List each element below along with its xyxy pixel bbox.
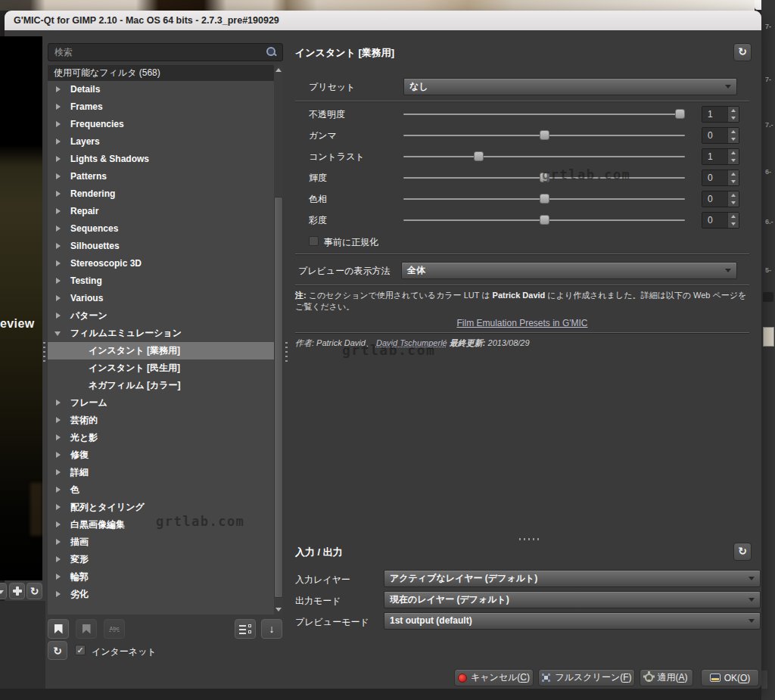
filter-item[interactable]: インスタント [民生用] (48, 359, 274, 377)
expand-arrow-icon[interactable] (56, 138, 61, 145)
expand-arrow-icon[interactable] (56, 121, 61, 127)
filter-item[interactable]: Various (48, 290, 274, 307)
expand-arrow-icon[interactable] (56, 226, 61, 232)
update-filters-button[interactable]: ↻ (48, 641, 67, 660)
splitter-handle-horizontal[interactable] (519, 538, 540, 540)
expand-arrow-icon[interactable] (56, 417, 61, 423)
preset-dropdown[interactable]: なし (403, 78, 737, 95)
filter-item[interactable]: Rendering (48, 185, 274, 203)
expand-arrow-icon[interactable] (56, 156, 61, 162)
slider-track[interactable] (403, 114, 685, 115)
io-dropdown[interactable]: 現在のレイヤー (デフォルト) (384, 591, 761, 608)
expand-arrow-icon[interactable] (56, 452, 61, 458)
spinbox-arrows[interactable] (727, 149, 739, 164)
expand-arrow-icon[interactable] (56, 191, 61, 197)
filter-item[interactable]: 光と影 (48, 429, 274, 446)
scrollbar-up-button[interactable] (274, 65, 283, 75)
slider-track[interactable] (403, 156, 685, 157)
apply-button[interactable]: 適用(A) (640, 669, 693, 686)
slider-handle[interactable] (474, 151, 484, 161)
filter-item[interactable]: Silhouettes (48, 238, 274, 255)
spin-up-icon[interactable] (731, 173, 736, 176)
value-spinbox[interactable]: 1 (702, 106, 739, 123)
preview-display-dropdown[interactable]: 全体 (401, 262, 737, 279)
spinbox-arrows[interactable] (727, 191, 739, 207)
filter-item[interactable]: Sequences (48, 220, 274, 238)
expand-arrow-icon[interactable] (56, 208, 61, 214)
expand-arrow-icon[interactable] (56, 521, 61, 527)
expand-arrow-icon[interactable] (56, 539, 61, 545)
filter-item[interactable]: パターン (48, 307, 274, 325)
filter-item[interactable]: Patterns (48, 168, 274, 185)
spin-down-icon[interactable] (731, 159, 736, 162)
cancel-button[interactable]: キャンセル(C) (454, 669, 534, 686)
search-input[interactable] (48, 43, 283, 61)
filter-item[interactable]: Frames (48, 98, 274, 116)
filter-item[interactable]: フィルムエミュレーション (48, 325, 274, 342)
film-emulation-link[interactable]: Film Emulation Presets in G'MIC (457, 318, 588, 328)
spin-down-icon[interactable] (731, 180, 736, 183)
filter-item[interactable]: フレーム (48, 394, 274, 412)
expand-arrow-icon[interactable] (56, 295, 61, 301)
reset-parameters-button[interactable]: ↻ (733, 43, 752, 61)
filter-item[interactable]: 修復 (48, 446, 274, 464)
add-fave-button[interactable] (48, 619, 69, 639)
spin-down-icon[interactable] (731, 117, 736, 120)
filter-item[interactable]: ネガフィルム [カラー] (48, 377, 274, 394)
slider-handle[interactable] (675, 109, 685, 119)
internet-checkbox[interactable]: ✓ (75, 645, 86, 655)
expand-arrow-icon[interactable] (56, 504, 61, 510)
spin-up-icon[interactable] (731, 215, 736, 218)
scrollbar-down-button[interactable] (274, 605, 283, 614)
expand-arrow-icon[interactable] (56, 556, 61, 562)
slider-track[interactable] (403, 219, 685, 221)
remove-fave-button[interactable] (76, 619, 97, 639)
value-spinbox[interactable]: 0 (702, 191, 739, 207)
value-spinbox[interactable]: 0 (702, 127, 739, 144)
expand-arrow-icon[interactable] (56, 434, 61, 440)
spin-up-icon[interactable] (731, 109, 736, 112)
filter-item[interactable]: 変形 (48, 551, 274, 568)
preview-zoom-dropdown[interactable] (0, 583, 7, 599)
fullscreen-button[interactable]: フルスクリーン(F) (538, 669, 635, 686)
expand-arrow-icon[interactable] (56, 173, 61, 179)
slider-handle[interactable] (540, 215, 549, 225)
expand-arrow-icon[interactable] (56, 313, 61, 319)
filter-item[interactable]: 色 (48, 481, 274, 499)
spin-up-icon[interactable] (731, 194, 736, 197)
spinbox-arrows[interactable] (727, 107, 739, 122)
preview-reset-button[interactable]: ↻ (26, 583, 42, 599)
spin-up-icon[interactable] (731, 130, 736, 133)
expand-arrow-icon[interactable] (56, 260, 61, 266)
expand-arrow-icon[interactable] (56, 86, 61, 92)
expand-arrow-icon[interactable] (56, 469, 61, 475)
filter-item[interactable]: Frequencies (48, 116, 274, 133)
slider-handle[interactable] (540, 130, 549, 140)
expand-arrow-icon[interactable] (56, 104, 61, 110)
view-options-button[interactable] (235, 619, 256, 639)
reset-io-button[interactable]: ↻ (733, 543, 752, 561)
spin-down-icon[interactable] (731, 138, 736, 141)
spin-up-icon[interactable] (731, 151, 736, 154)
filter-item[interactable]: 詳細 (48, 464, 274, 481)
expand-arrow-icon[interactable] (56, 400, 61, 406)
filter-item[interactable]: 描画 (48, 534, 274, 551)
filter-item[interactable]: Layers (48, 133, 274, 151)
slider-track[interactable] (403, 135, 685, 136)
filter-item[interactable]: 劣化 (48, 586, 274, 603)
rename-fave-button[interactable]: Abc (104, 619, 125, 639)
filter-item[interactable]: 輪郭 (48, 568, 274, 586)
expand-arrow-icon[interactable] (56, 243, 61, 249)
splitter-handle-left[interactable] (43, 342, 45, 362)
expand-arrow-icon[interactable] (56, 574, 61, 580)
spinbox-arrows[interactable] (727, 170, 739, 185)
value-spinbox[interactable]: 0 (702, 170, 739, 186)
filter-item[interactable]: Details (48, 81, 274, 98)
expand-arrow-icon[interactable] (56, 591, 61, 597)
filter-item-selected[interactable]: インスタント [業務用] (48, 342, 274, 359)
spin-down-icon[interactable] (731, 201, 736, 204)
normalize-checkbox[interactable]: ✓ (309, 236, 319, 246)
spin-down-icon[interactable] (731, 222, 736, 226)
spinbox-arrows[interactable] (727, 213, 739, 228)
window-titlebar[interactable]: G'MIC-Qt for GIMP 2.10 - Mac OS 64 bits … (5, 11, 761, 30)
